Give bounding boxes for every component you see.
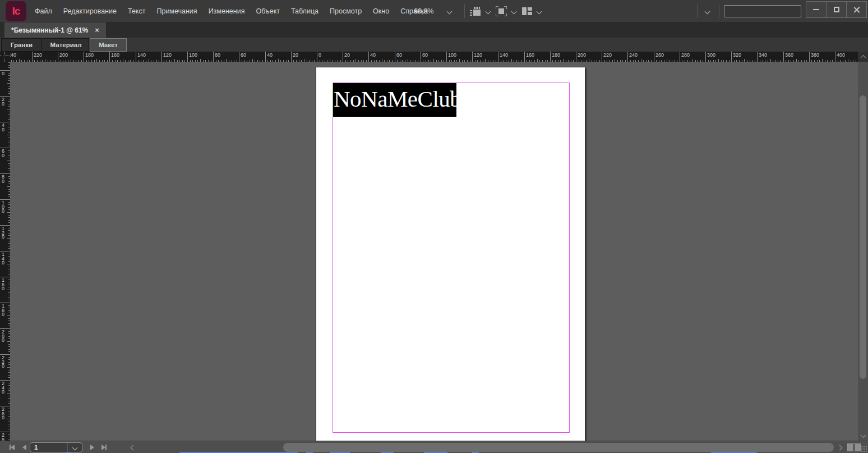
scroll-right-button[interactable] <box>835 443 843 452</box>
chevron-down-icon[interactable] <box>705 9 710 14</box>
menu-text[interactable]: Текст <box>122 0 151 22</box>
menu-bar: Файл Редактирование Текст Примечания Изм… <box>29 0 433 22</box>
document-tab[interactable]: *Безымянный-1 @ 61% × <box>4 22 106 38</box>
view-tab-bar: Гранки Материал Макет <box>0 38 868 52</box>
vertical-ruler[interactable]: 02 04 06 08 01 0 01 2 01 4 01 6 01 8 02 … <box>0 62 10 441</box>
chevron-up-icon <box>861 55 865 59</box>
spread-view-icon[interactable] <box>847 443 861 451</box>
previous-page-button[interactable] <box>19 443 29 452</box>
zoom-level-value: 60,8% <box>414 7 433 15</box>
window-resize-grip[interactable] <box>861 446 867 452</box>
menu-notes[interactable]: Примечания <box>151 0 202 22</box>
workspace-control[interactable] <box>522 0 542 22</box>
menu-file[interactable]: Файл <box>29 0 58 22</box>
pasteboard[interactable]: NoNaMeClub <box>10 62 858 441</box>
close-button[interactable] <box>846 1 867 18</box>
menu-table[interactable]: Таблица <box>285 0 324 22</box>
screen-mode-icon[interactable] <box>496 6 507 16</box>
minimize-button[interactable] <box>806 1 827 18</box>
first-page-button[interactable] <box>7 443 17 452</box>
text-frame-content[interactable]: NoNaMeClub <box>333 83 456 115</box>
search-input[interactable] <box>724 5 801 17</box>
title-bar: Ic Файл Редактирование Текст Примечания … <box>0 0 868 22</box>
incopy-logo-icon: Ic <box>6 1 26 21</box>
minimize-icon <box>813 9 819 10</box>
chevron-down-icon[interactable] <box>447 9 452 14</box>
page-number-dropdown[interactable] <box>67 443 82 452</box>
tab-story[interactable]: Материал <box>43 38 89 52</box>
vertical-scrollbar[interactable] <box>858 52 868 441</box>
chevron-down-icon[interactable] <box>511 9 516 14</box>
view-options-icon[interactable] <box>470 6 481 16</box>
ruler-origin-box[interactable] <box>0 52 10 62</box>
workspace-icon[interactable] <box>522 7 532 15</box>
close-tab-icon[interactable]: × <box>95 26 99 34</box>
chevron-down-icon <box>72 445 77 450</box>
scroll-up-button[interactable] <box>858 52 868 62</box>
page-number-combobox[interactable]: 1 <box>30 442 82 452</box>
panel-dropdown[interactable] <box>705 0 710 22</box>
page[interactable]: NoNaMeClub <box>316 67 585 441</box>
document-tab-title: *Безымянный-1 @ 61% <box>11 26 88 34</box>
text-frame[interactable]: NoNaMeClub <box>333 83 456 117</box>
horizontal-scrollbar-thumb[interactable] <box>283 443 834 452</box>
view-options-control[interactable] <box>470 0 491 22</box>
menu-edit[interactable]: Редактирование <box>58 0 122 22</box>
window-controls <box>806 1 867 18</box>
toolbar-separator <box>719 4 719 18</box>
chevron-down-icon[interactable] <box>486 9 491 14</box>
menu-window[interactable]: Окно <box>367 0 395 22</box>
zoom-level-dropdown[interactable]: 60,8% <box>414 0 452 22</box>
page-number-value[interactable]: 1 <box>30 444 67 451</box>
maximize-button[interactable] <box>826 1 847 18</box>
close-icon <box>853 6 860 13</box>
vertical-scrollbar-thumb[interactable] <box>860 95 866 379</box>
screen-mode-control[interactable] <box>496 0 516 22</box>
next-page-button[interactable] <box>87 443 97 452</box>
chevron-down-icon <box>861 434 865 438</box>
tab-galley[interactable]: Гранки <box>1 38 42 52</box>
tab-layout[interactable]: Макет <box>90 38 127 52</box>
menu-changes[interactable]: Изменения <box>203 0 251 22</box>
margin-guide <box>333 83 570 433</box>
scroll-left-button[interactable] <box>129 443 137 452</box>
maximize-icon <box>834 7 839 12</box>
toolbar-separator <box>464 4 465 18</box>
menu-view[interactable]: Просмотр <box>324 0 367 22</box>
chevron-down-icon[interactable] <box>537 9 542 14</box>
scroll-down-button[interactable] <box>858 431 868 441</box>
horizontal-ruler[interactable]: 2402202001801601401201008060402002040608… <box>0 52 858 62</box>
status-bar: 1 <box>0 441 868 453</box>
toolbar-separator <box>697 4 698 18</box>
document-tab-bar: *Безымянный-1 @ 61% × <box>0 22 868 38</box>
menu-object[interactable]: Объект <box>250 0 285 22</box>
last-page-button[interactable] <box>99 443 109 452</box>
